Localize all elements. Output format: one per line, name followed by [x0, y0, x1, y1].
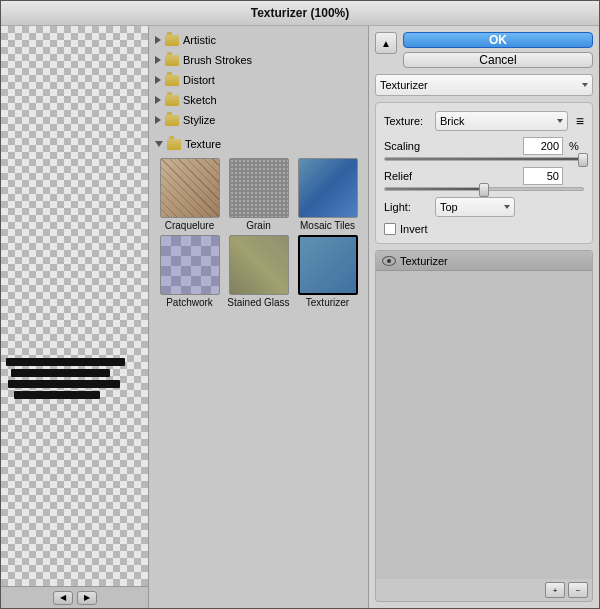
preview-panel: ◀ ▶ — [1, 26, 149, 608]
scaling-slider-fill — [385, 158, 583, 160]
filter-panel: Artistic Brush Strokes Distort Sketch — [149, 26, 369, 608]
category-label-texture: Texture — [185, 138, 221, 150]
preview-bottom-bar: ◀ ▶ — [1, 586, 148, 608]
scaling-unit: % — [569, 140, 584, 152]
invert-label: Invert — [400, 223, 428, 235]
thumb-grain — [229, 158, 289, 218]
category-brush-strokes[interactable]: Brush Strokes — [149, 50, 368, 70]
scaling-slider-thumb[interactable] — [578, 153, 588, 167]
mini-preview-panel: Texturizer + − — [375, 250, 593, 602]
texture-value: Brick — [440, 115, 464, 127]
thumb-label-stained-glass: Stained Glass — [227, 297, 289, 308]
expand-icon-brush — [155, 56, 161, 64]
next-nav-button[interactable]: ▶ — [77, 591, 97, 605]
texture-label: Texture: — [384, 115, 429, 127]
thumb-label-craquelure: Craquelure — [165, 220, 214, 231]
relief-unit — [569, 170, 584, 182]
collapse-panel-button[interactable]: ▲ — [375, 32, 397, 54]
ok-cancel-group: OK Cancel — [403, 32, 593, 68]
folder-icon-stylize — [165, 115, 179, 126]
category-distort[interactable]: Distort — [149, 70, 368, 90]
filter-item-stained-glass[interactable]: Stained Glass — [226, 235, 291, 308]
scaling-slider[interactable] — [384, 157, 584, 161]
thumb-mosaic — [298, 158, 358, 218]
texture-dropdown-arrow-icon — [557, 119, 563, 123]
relief-slider-fill — [385, 188, 484, 190]
filter-item-grain[interactable]: Grain — [226, 158, 291, 231]
texture-menu-icon[interactable]: ≡ — [576, 113, 584, 129]
thumb-label-mosaic: Mosaic Tiles — [300, 220, 355, 231]
thumb-label-texturizer: Texturizer — [306, 297, 349, 308]
category-label-brush: Brush Strokes — [183, 54, 252, 66]
filter-select-dropdown[interactable]: Texturizer — [375, 74, 593, 96]
right-panel: ▲ OK Cancel Texturizer Texture: — [369, 26, 599, 608]
relief-slider[interactable] — [384, 187, 584, 191]
category-artistic[interactable]: Artistic — [149, 30, 368, 50]
relief-label: Relief — [384, 170, 429, 182]
eye-icon[interactable] — [382, 256, 396, 266]
thumb-label-grain: Grain — [246, 220, 270, 231]
category-sketch[interactable]: Sketch — [149, 90, 368, 110]
category-stylize[interactable]: Stylize — [149, 110, 368, 130]
filter-item-mosaic[interactable]: Mosaic Tiles — [295, 158, 360, 231]
dialog-window: Texturizer (100%) ◀ ▶ — [0, 0, 600, 609]
invert-row: Invert — [384, 223, 584, 235]
bottom-toolbar: + − — [376, 579, 592, 601]
mini-preview-title: Texturizer — [400, 255, 448, 267]
delete-layer-button[interactable]: − — [568, 582, 588, 598]
filter-select-value: Texturizer — [380, 79, 428, 91]
mini-preview-title-bar: Texturizer — [376, 251, 592, 271]
texture-dropdown[interactable]: Brick — [435, 111, 568, 131]
texture-control-row: Texture: Brick ≡ — [384, 111, 584, 131]
scaling-slider-row — [384, 155, 584, 161]
brush-mark — [8, 380, 120, 388]
category-label-artistic: Artistic — [183, 34, 216, 46]
ok-button[interactable]: OK — [403, 32, 593, 48]
folder-icon-brush — [165, 55, 179, 66]
expand-icon-texture — [155, 141, 163, 147]
relief-slider-row — [384, 185, 584, 191]
window-title: Texturizer (100%) — [251, 6, 349, 20]
relief-slider-thumb[interactable] — [479, 183, 489, 197]
thumb-stained — [229, 235, 289, 295]
light-row: Light: Top — [384, 197, 584, 217]
light-dropdown[interactable]: Top — [435, 197, 515, 217]
category-label-stylize: Stylize — [183, 114, 215, 126]
filter-select-row: Texturizer — [375, 74, 593, 96]
scaling-label: Scaling — [384, 140, 429, 152]
filter-dropdown-arrow-icon — [582, 83, 588, 87]
brush-mark — [11, 369, 110, 377]
expand-icon-stylize — [155, 116, 161, 124]
folder-icon-distort — [165, 75, 179, 86]
thumb-craquelure — [160, 158, 220, 218]
thumb-patchwork — [160, 235, 220, 295]
mini-preview-content — [376, 271, 592, 579]
brush-marks — [6, 358, 138, 418]
relief-row: Relief 50 — [384, 167, 584, 191]
eye-pupil — [387, 259, 391, 263]
category-texture[interactable]: Texture — [149, 134, 368, 154]
category-label-distort: Distort — [183, 74, 215, 86]
title-bar: Texturizer (100%) — [1, 1, 599, 26]
expand-icon-artistic — [155, 36, 161, 44]
expand-icon-distort — [155, 76, 161, 84]
thumbnails-grid: Craquelure Grain Mosaic Tiles — [149, 154, 368, 312]
filter-item-texturizer[interactable]: Texturizer — [295, 235, 360, 308]
texture-section: Texture Craquelure Grain — [149, 130, 368, 316]
brush-mark — [6, 358, 125, 366]
thumb-texturizer — [298, 235, 358, 295]
folder-icon-artistic — [165, 35, 179, 46]
filter-item-craquelure[interactable]: Craquelure — [157, 158, 222, 231]
prev-nav-button[interactable]: ◀ — [53, 591, 73, 605]
relief-input[interactable]: 50 — [523, 167, 563, 185]
add-layer-button[interactable]: + — [545, 582, 565, 598]
invert-checkbox[interactable] — [384, 223, 396, 235]
scaling-row: Scaling 200 % — [384, 137, 584, 161]
light-value: Top — [440, 201, 458, 213]
cancel-button[interactable]: Cancel — [403, 52, 593, 68]
controls-box: Texture: Brick ≡ Scaling 200 % — [375, 102, 593, 244]
thumb-label-patchwork: Patchwork — [166, 297, 213, 308]
filter-item-patchwork[interactable]: Patchwork — [157, 235, 222, 308]
scaling-label-row: Scaling 200 % — [384, 137, 584, 155]
scaling-input[interactable]: 200 — [523, 137, 563, 155]
